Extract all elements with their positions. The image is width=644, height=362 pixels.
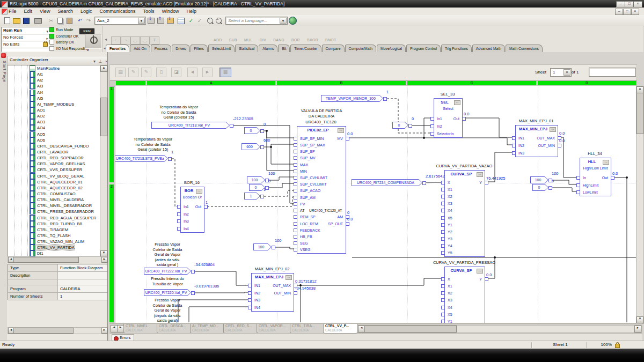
tree-item-ctrl-aquecedor-01[interactable]: CTRL_AQUECEDOR_01 [8, 179, 100, 185]
language-combo[interactable]: Select a Language... ▼ [225, 17, 288, 25]
edits-box[interactable]: No Edits [1, 41, 50, 48]
ellipsis-button[interactable]: ... [338, 128, 344, 133]
close-button[interactable]: × [633, 1, 642, 8]
tree-scroll-thumb[interactable] [100, 98, 107, 136]
routine-tab-crtl-desca[interactable]: CRTL_DESCA...CALDEIRA [157, 324, 192, 334]
input-reference-0[interactable]: 0 [244, 127, 260, 134]
organizer-header[interactable]: Controller Organizer ▾ ⊥ × [7, 56, 111, 65]
grid-view-icon[interactable]: ▦ [219, 68, 231, 77]
input-reference-100[interactable]: 100 [530, 176, 548, 183]
wire-tool-icon[interactable]: ‿ [130, 36, 140, 45]
op-bor[interactable]: BOR [291, 38, 300, 42]
tree-item-ai4[interactable]: AI4 [8, 90, 100, 95]
palette-tab-compare[interactable]: Compare [322, 45, 345, 52]
canvas-vertical-scrollbar[interactable]: ▲ ▼ [636, 86, 644, 324]
input-reference-100[interactable]: 100 [253, 243, 272, 250]
tree-item-ctrl-nivel-caldeira[interactable]: CTRL_NIVEL_CALDEIRA [8, 197, 100, 203]
tree-item-ao6[interactable]: AO6 [8, 137, 100, 143]
chevron-down-icon[interactable]: ▼ [138, 18, 145, 24]
palette-tab-process[interactable]: Process [151, 45, 172, 52]
new-sheet-icon[interactable]: ▯ [156, 68, 166, 77]
routine-tab-crtl-red-s[interactable]: CRTL_RED_S...CALDEIRA [223, 324, 258, 334]
tree-item-ctrl-red-agua-dessuper[interactable]: CTRL_RED_AGUA_DESSUPER [8, 215, 100, 221]
cut-icon[interactable]: ✂ [46, 16, 56, 25]
tree-item-ao1[interactable]: AO1 [8, 107, 100, 113]
tree-item-ao2[interactable]: AO2 [8, 113, 100, 119]
tree-item-ctrl-red-turbo-bb[interactable]: CTRL_RED_TURBO_BB [8, 221, 100, 227]
op-mul[interactable]: MUL [244, 38, 253, 42]
verify-controller-icon[interactable]: ✓ [195, 16, 204, 25]
menu-help[interactable]: Help [187, 9, 197, 14]
tree-item-crtl-descarga-fundo[interactable]: CRTL_DESCARGA_FUNDO [8, 143, 100, 149]
tree-item-ao4[interactable]: AO4 [8, 125, 100, 131]
canvas-hscroll-thumb[interactable] [364, 326, 457, 333]
palette-tab-statistical[interactable]: Statistical [235, 45, 258, 52]
op-band[interactable]: BAND [273, 38, 284, 42]
tree-item-crtl-lavador[interactable]: CRTL_LAVADOR [8, 149, 100, 155]
menu-search[interactable]: Search [57, 9, 73, 14]
ellipsis-button[interactable]: ... [550, 127, 556, 132]
routine-tab-ctrl-vv-p[interactable]: CTRL_VV_P...CALDEIRA [323, 324, 358, 334]
tree-item-ctrl-combustao[interactable]: CTRL_COMBUSTAO [8, 191, 100, 197]
input-reference-urc400-pi7220-val-pv[interactable]: URC400_PI7220.Val_PV [144, 289, 191, 296]
tree-item-crtl-vv-bloq-geral[interactable]: CRTL_VV_BLOQ_GERAL [8, 173, 100, 179]
input-reference-urc400-ti7218-val-pv[interactable]: URC400_TI7218.Val_PV [151, 122, 230, 129]
mdi-close-button[interactable]: × [631, 9, 639, 15]
sheet-number-combo[interactable]: 1 ▼ [550, 68, 572, 77]
menu-communications[interactable]: Communications [99, 9, 135, 14]
tree-vertical-scrollbar[interactable]: ▲ ▼ [100, 65, 108, 257]
palette-tab-math-conversions[interactable]: Math Conversions [506, 45, 543, 52]
tree-item-ai1[interactable]: AI1 [8, 71, 100, 77]
props-hscroll-thumb[interactable] [13, 328, 74, 334]
menu-file[interactable]: File [9, 9, 17, 14]
tree-item-crtl-vvs-dessuper[interactable]: CRTL_VVS_DESSUPER [8, 167, 100, 173]
paste-icon[interactable] [64, 16, 74, 25]
palette-tab-move-logical[interactable]: Move/Logical [377, 45, 406, 52]
next-sheet-icon[interactable]: ► [202, 68, 213, 77]
tree-item-ctrl-aquecedor-02[interactable]: CTRL_AQUECEDOR_02 [8, 185, 100, 191]
menu-edit[interactable]: Edit [24, 9, 33, 14]
branch-down-tool-icon[interactable]: ¬ [121, 36, 130, 45]
globe-icon[interactable] [289, 17, 297, 25]
tree-item-ai2[interactable]: AI2 [8, 77, 100, 83]
maximize-button[interactable]: □ [625, 1, 634, 8]
edit-pen2-icon[interactable]: ✎ [141, 68, 151, 77]
redo-icon[interactable]: ↷ [84, 16, 93, 25]
menu-logic[interactable]: Logic [80, 9, 92, 14]
upload-controller-icon[interactable] [156, 16, 165, 25]
chevron-down-icon[interactable]: ▼ [280, 18, 287, 24]
palette-tab-program-control[interactable]: Program Control [406, 45, 441, 52]
tree-item-crtl-red-soprador[interactable]: CRTL_RED_SOPRADOR [8, 155, 100, 161]
fb-block-curva-vv-partida-pressao[interactable]: CURVA_SP...XYX1X2X3X4X5Y1Y2 [444, 267, 485, 323]
copy-icon[interactable] [55, 16, 65, 25]
open-icon[interactable] [12, 16, 21, 25]
op-add[interactable]: ADD [214, 38, 222, 42]
forces-box[interactable]: No Forces▸ [1, 34, 50, 41]
ellipsis-button[interactable]: ... [603, 160, 609, 165]
fb-block-bor-16[interactable]: BOR...Boolean OrIn1OutIn2In3In4 [180, 187, 204, 233]
input-reference-temp-vapor-menor-300[interactable]: TEMP_VAPOR_MENOR_300 [321, 95, 383, 102]
palette-tab-select-limit[interactable]: Select/Limit [208, 45, 235, 52]
tree-item-ctrl-vazao-min-alim[interactable]: CTRL_VAZAO_MIN_ALIM [8, 239, 100, 245]
minimize-button[interactable]: – [616, 1, 625, 8]
op-bnot[interactable]: BNOT [325, 38, 336, 42]
scroll-right-icon[interactable]: ► [101, 328, 107, 334]
ellipsis-button[interactable]: ... [477, 172, 483, 177]
input-reference-urc400-pi7222-val-pv[interactable]: URC400_PI7222.Val_PV [144, 268, 191, 275]
tree-item-ao5[interactable]: AO5 [8, 131, 100, 137]
palette-tab-timer-counter[interactable]: Timer/Counter [290, 45, 321, 52]
tree-item-ctrl-press-desaerador[interactable]: CTRL_PRESS_DESAERADOR [8, 209, 100, 215]
fb-block-urc400-tic120[interactable]: PIDE02_EP...SUP_SP_MINMVSUP_SP_MAXSUP_SP… [297, 126, 346, 254]
print-icon[interactable] [33, 16, 43, 25]
online-toolbar-icon[interactable] [165, 16, 175, 25]
tree-horizontal-scrollbar[interactable]: ◄ ► [8, 256, 108, 263]
fb-block-max-min-epj-02[interactable]: MAX_MIN_EPJ...IN1OUT_MAXIN2OUT_MININ3IN4 [251, 273, 294, 312]
op-div[interactable]: DIV [260, 38, 267, 42]
palette-tab-drives[interactable]: Drives [172, 45, 189, 52]
textbox-tool-icon[interactable]: ◪ [171, 68, 181, 77]
input-reference-0[interactable]: 0 [532, 184, 548, 191]
input-reference-100[interactable]: 100 [247, 176, 265, 183]
text-tool-icon[interactable]: T [150, 36, 159, 45]
canvas-horizontal-scrollbar[interactable]: ◄ ► [357, 325, 642, 333]
ellipsis-button[interactable]: ... [286, 275, 292, 280]
